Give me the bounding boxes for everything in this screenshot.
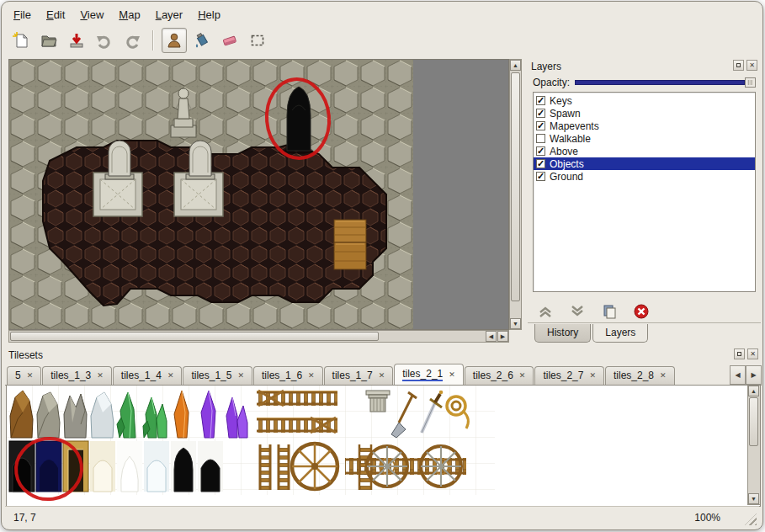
layer-row[interactable]: ✓ Keys [534,94,755,107]
menu-map[interactable]: Map [112,7,146,23]
opacity-slider-track[interactable] [575,80,745,85]
tileset-tab[interactable]: tiles_2_8✕ [605,366,675,385]
scrollbar-thumb[interactable] [511,72,520,301]
scroll-right-button[interactable]: ▶ [497,331,508,342]
horizontal-splitter[interactable] [5,343,762,348]
close-icon[interactable]: ✕ [167,371,174,380]
layer-checkbox[interactable]: ✓ [536,121,545,130]
close-icon[interactable]: ✕ [237,371,244,380]
layer-checkbox[interactable]: ✓ [536,146,545,156]
menu-layer[interactable]: Layer [149,7,190,23]
tileset-tab[interactable]: tiles_1_7✕ [324,366,394,385]
menu-view[interactable]: View [73,7,110,23]
close-icon[interactable]: ✕ [379,371,385,380]
close-panel-button[interactable]: ✕ [747,348,758,359]
vertical-splitter[interactable] [522,59,528,343]
menu-bar: File Edit View Map Layer Help [7,5,757,24]
scroll-up-button[interactable]: ▲ [748,386,759,396]
tileset-tab[interactable]: tiles_1_6✕ [253,366,323,385]
tileset-tab[interactable]: tiles_1_3✕ [42,366,112,385]
tab-label: tiles_1_5 [191,370,231,381]
arrow-right-icon: ▶ [501,333,505,340]
resize-grip[interactable] [745,513,757,525]
eraser-tool-button[interactable] [217,28,242,53]
close-icon[interactable]: ✕ [660,371,667,380]
scrollbar-thumb[interactable] [749,397,758,446]
menu-edit[interactable]: Edit [40,7,72,23]
scroll-up-button[interactable]: ▲ [510,60,521,71]
close-icon[interactable]: ✕ [519,371,526,380]
redo-icon [123,31,141,50]
map-horizontal-scrollbar[interactable]: ◀ ▶ [8,330,509,343]
lower-layer-button[interactable] [568,302,587,321]
tile-dark-arch-2[interactable] [198,441,223,492]
layer-row[interactable]: ✓ Spawn [534,107,755,120]
new-document-button[interactable] [8,28,34,53]
tab-label: tiles_1_6 [262,370,302,381]
raise-layer-button[interactable] [536,302,555,321]
save-button[interactable] [64,28,89,53]
panel-tab[interactable]: Layers [592,324,648,343]
tile-selected-dark-blue[interactable] [36,441,61,492]
fill-tool-button[interactable] [189,28,215,53]
tileset-tab[interactable]: 5✕ [7,366,41,385]
tile-ice-arch[interactable] [144,441,169,492]
tile-wagon-wheel[interactable] [292,444,337,489]
layer-checkbox[interactable] [536,134,545,143]
map-canvas[interactable] [8,59,509,330]
redo-button[interactable] [120,28,145,53]
close-icon[interactable]: ✕ [589,371,596,380]
tile-white-wisp[interactable] [117,441,142,492]
close-icon[interactable]: ✕ [27,371,34,380]
opacity-slider-handle[interactable] [745,77,756,88]
layer-row[interactable]: Walkable [534,132,755,145]
arrow-up-icon: ▲ [513,62,518,68]
layer-row[interactable]: ✓ Mapevents [534,120,755,132]
tilesets-panel-title: Tilesets [8,349,43,361]
open-folder-icon [40,31,58,50]
tab-scroll-right-button[interactable]: ▶ [746,365,762,385]
scroll-down-button[interactable]: ▼ [748,493,759,504]
layer-row[interactable]: ✓ Ground [534,170,755,183]
duplicate-layer-button[interactable] [600,302,619,321]
panel-tab[interactable]: History [534,324,591,343]
close-icon[interactable]: ✕ [308,371,315,380]
tab-label: Layers [605,327,635,338]
open-button[interactable] [36,28,61,53]
tileset-vertical-scrollbar[interactable]: ▲ ▼ [747,386,760,505]
stamp-tool-button[interactable] [162,28,187,53]
delete-layer-button[interactable] [632,302,651,321]
tab-scroll-left-button[interactable]: ◀ [730,365,746,385]
layer-checkbox[interactable]: ✓ [536,109,545,118]
layer-checkbox[interactable]: ✓ [536,96,545,105]
layer-checkbox[interactable]: ✓ [536,172,545,181]
tileset-tab[interactable]: tiles_2_1✕ [394,364,464,386]
tab-label: tiles_2_8 [614,370,654,381]
layer-name: Above [550,146,578,157]
tileset-content[interactable]: ▲ ▼ [6,386,761,507]
close-icon[interactable]: ✕ [449,370,455,379]
detach-panel-button[interactable] [734,348,745,359]
tileset-tab[interactable]: tiles_2_7✕ [534,366,604,385]
opacity-slider[interactable] [575,77,756,88]
tile-black-cloak[interactable] [171,441,196,492]
menu-help[interactable]: Help [191,7,227,23]
map-vertical-scrollbar[interactable]: ▲ ▼ [509,59,522,330]
undo-button[interactable] [92,28,117,53]
tileset-tab[interactable]: tiles_2_6✕ [465,366,534,385]
selection-tool-button[interactable] [245,28,270,53]
tileset-tab[interactable]: tiles_1_5✕ [183,366,252,385]
scrollbar-thumb[interactable] [10,332,379,341]
detach-panel-button[interactable] [733,60,744,71]
close-icon[interactable]: ✕ [97,371,104,380]
layer-row[interactable]: ✓ Objects [534,157,755,170]
layer-name: Spawn [550,108,581,120]
layer-row[interactable]: ✓ Above [534,145,755,157]
scroll-left-button[interactable]: ◀ [486,331,497,342]
tile-pale-arch[interactable] [90,441,115,492]
layer-checkbox[interactable]: ✓ [536,159,545,168]
scroll-down-button[interactable]: ▼ [510,318,521,329]
menu-file[interactable]: File [7,7,38,23]
close-panel-button[interactable]: ✕ [746,60,757,71]
tileset-tab[interactable]: tiles_1_4✕ [113,366,183,385]
